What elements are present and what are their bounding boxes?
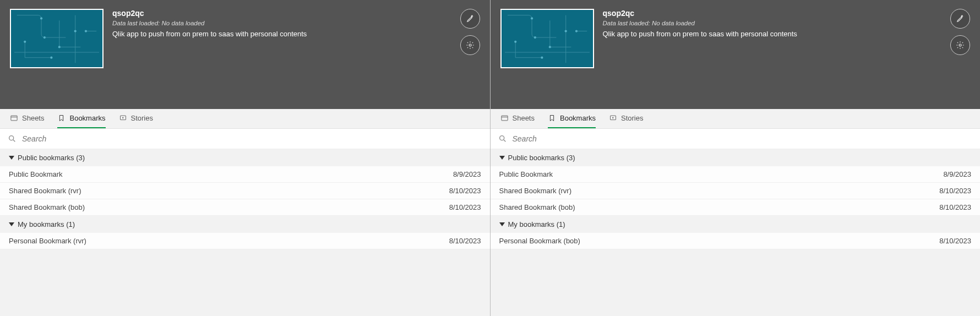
app-meta: qsop2qc Data last loaded: No data loaded… (112, 9, 451, 100)
search-icon (498, 134, 507, 143)
bookmark-name: Shared Bookmark (bob) (499, 203, 575, 211)
chevron-down-icon (9, 156, 14, 160)
chevron-down-icon (9, 222, 14, 226)
section-label: Public bookmarks (3) (508, 154, 575, 162)
section-my-bookmarks[interactable]: My bookmarks (1) (0, 216, 490, 233)
bookmark-row[interactable]: Public Bookmark 8/9/2023 (491, 166, 981, 183)
svg-point-6 (85, 30, 87, 32)
section-label: Public bookmarks (3) (18, 154, 85, 162)
sheets-icon (500, 114, 509, 122)
svg-rect-9 (11, 116, 17, 121)
bookmark-list: Public bookmarks (3) Public Bookmark 8/9… (491, 149, 981, 316)
tab-label: Stories (621, 114, 643, 122)
pencil-icon (466, 14, 475, 23)
chevron-down-icon (499, 156, 505, 160)
app-thumbnail (500, 9, 594, 68)
tab-label: Sheets (22, 114, 44, 122)
thumbnail-graphic (11, 10, 102, 67)
search-icon (8, 134, 17, 143)
section-public-bookmarks[interactable]: Public bookmarks (3) (491, 149, 981, 166)
bookmark-date: 8/9/2023 (453, 170, 481, 178)
thumbnail-graphic (502, 10, 593, 67)
search-input[interactable] (22, 134, 482, 143)
tab-stories[interactable]: Stories (609, 109, 643, 128)
section-label: My bookmarks (1) (508, 220, 565, 228)
section-public-bookmarks[interactable]: Public bookmarks (3) (0, 149, 490, 166)
svg-rect-12 (502, 10, 592, 67)
tab-sheets[interactable]: Sheets (10, 109, 44, 128)
svg-point-19 (541, 57, 543, 59)
bookmark-date: 8/10/2023 (939, 237, 971, 245)
data-loaded-status: Data last loaded: No data loaded (112, 20, 451, 26)
tab-bookmarks[interactable]: Bookmarks (548, 109, 596, 128)
search-bar (0, 129, 490, 149)
pencil-icon (956, 14, 965, 23)
svg-point-11 (9, 136, 14, 140)
chevron-down-icon (499, 222, 505, 226)
tab-bookmarks[interactable]: Bookmarks (57, 109, 105, 128)
bookmark-date: 8/10/2023 (939, 203, 971, 211)
svg-point-13 (530, 17, 532, 19)
bookmark-icon (57, 114, 66, 122)
svg-point-1 (40, 17, 42, 19)
bookmark-name: Shared Bookmark (rvr) (499, 187, 571, 195)
bookmark-name: Personal Bookmark (rvr) (9, 237, 86, 245)
search-input[interactable] (513, 134, 973, 143)
tab-sheets[interactable]: Sheets (500, 109, 535, 128)
bookmark-row[interactable]: Personal Bookmark (bob) 8/10/2023 (491, 233, 981, 249)
tab-stories[interactable]: Stories (119, 109, 153, 128)
svg-rect-0 (12, 10, 102, 67)
bookmark-list: Public bookmarks (3) Public Bookmark 8/9… (0, 149, 490, 316)
gear-icon (466, 41, 475, 50)
stories-icon (119, 114, 127, 122)
bookmark-row[interactable]: Shared Bookmark (bob) 8/10/2023 (491, 199, 981, 216)
bookmark-date: 8/10/2023 (449, 237, 481, 245)
svg-point-17 (514, 41, 516, 43)
app-header: qsop2qc Data last loaded: No data loaded… (491, 0, 981, 109)
settings-button[interactable] (460, 35, 480, 55)
section-label: My bookmarks (1) (18, 220, 75, 228)
bookmark-date: 8/10/2023 (449, 187, 481, 195)
panel-left: qsop2qc Data last loaded: No data loaded… (0, 0, 490, 316)
app-meta: qsop2qc Data last loaded: No data loaded… (603, 9, 942, 100)
search-bar (491, 129, 981, 149)
svg-point-7 (50, 57, 52, 59)
bookmark-row[interactable]: Public Bookmark 8/9/2023 (0, 166, 490, 183)
section-my-bookmarks[interactable]: My bookmarks (1) (491, 216, 981, 233)
app-thumbnail (10, 9, 104, 68)
bookmark-name: Shared Bookmark (rvr) (9, 187, 81, 195)
tab-label: Stories (131, 114, 153, 122)
edit-button[interactable] (950, 9, 970, 29)
stories-icon (609, 114, 617, 122)
svg-point-14 (533, 36, 536, 39)
svg-point-18 (575, 30, 577, 32)
edit-button[interactable] (460, 9, 480, 29)
tab-bar: Sheets Bookmarks Stories (0, 109, 490, 129)
gear-icon (956, 41, 965, 50)
bookmark-date: 8/10/2023 (939, 187, 971, 195)
bookmark-name: Shared Bookmark (bob) (9, 203, 85, 211)
svg-point-4 (74, 30, 77, 32)
settings-button[interactable] (950, 35, 970, 55)
svg-point-23 (499, 136, 504, 140)
app-description: Qlik app to push from on prem to saas wi… (603, 30, 942, 38)
bookmark-row[interactable]: Shared Bookmark (bob) 8/10/2023 (0, 199, 490, 216)
bookmark-name: Public Bookmark (499, 170, 553, 178)
tab-label: Bookmarks (69, 114, 105, 122)
tab-bar: Sheets Bookmarks Stories (491, 109, 981, 129)
header-actions (950, 9, 970, 100)
svg-point-3 (58, 46, 61, 48)
sheets-icon (10, 114, 18, 122)
bookmark-row[interactable]: Shared Bookmark (rvr) 8/10/2023 (491, 183, 981, 199)
svg-point-2 (43, 36, 46, 39)
svg-point-8 (469, 44, 471, 46)
svg-point-16 (564, 30, 567, 32)
tab-label: Sheets (513, 114, 535, 122)
svg-point-15 (548, 46, 551, 48)
tab-label: Bookmarks (560, 114, 596, 122)
svg-rect-21 (501, 116, 507, 121)
bookmark-row[interactable]: Shared Bookmark (rvr) 8/10/2023 (0, 183, 490, 199)
app-description: Qlik app to push from on prem to saas wi… (112, 30, 451, 38)
bookmark-row[interactable]: Personal Bookmark (rvr) 8/10/2023 (0, 233, 490, 249)
bookmark-icon (548, 114, 556, 122)
